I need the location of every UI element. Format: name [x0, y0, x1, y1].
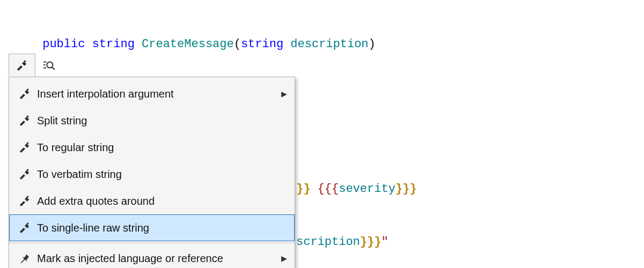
param-type: string — [241, 38, 283, 51]
menu-item-label: Add extra quotes around — [35, 193, 287, 209]
popup-tabs — [9, 54, 295, 77]
hammer-icon — [16, 59, 28, 71]
paren-open: ( — [234, 38, 241, 51]
keyword-public: public — [42, 38, 85, 51]
string-quote: " — [381, 235, 388, 249]
menu-item[interactable]: To regular string — [9, 134, 295, 161]
menu-item[interactable]: Split string — [9, 107, 295, 134]
string-text: {{{ — [310, 182, 339, 196]
svg-line-5 — [52, 67, 54, 69]
search-settings-icon — [42, 59, 55, 71]
hammer-icon — [19, 222, 31, 234]
menu-item-label: To verbatim string — [35, 166, 287, 182]
code-editor[interactable]: public string CreateMessage(string descr… — [0, 0, 644, 268]
menu-separator — [9, 243, 295, 243]
interp-var-frag: scription — [296, 235, 360, 249]
tab-inspections[interactable] — [35, 54, 62, 77]
brace-token: }}} — [360, 235, 382, 249]
hammer-icon — [19, 88, 31, 100]
hammer-icon — [19, 115, 31, 126]
pin-icon — [19, 252, 30, 264]
interp-var: severity — [339, 182, 396, 196]
chevron-right-icon: ▶ — [281, 253, 287, 264]
menu-item-label: Mark as injected language or reference — [35, 250, 281, 266]
menu-item-label: To regular string — [35, 139, 287, 155]
brace-token: }}} — [396, 182, 417, 196]
menu-item[interactable]: To verbatim string — [9, 161, 295, 188]
paren-close: ) — [369, 38, 376, 51]
menu-item[interactable]: To single-line raw string — [9, 214, 295, 241]
menu-item[interactable]: Add extra quotes around — [9, 188, 295, 214]
hammer-icon — [19, 142, 31, 153]
method-name: CreateMessage — [142, 38, 234, 51]
menu-item[interactable]: Mark as injected language or reference▶ — [9, 245, 295, 268]
param-name: description — [290, 38, 368, 51]
keyword-string: string — [92, 38, 135, 51]
hammer-icon — [19, 195, 31, 207]
menu-item-label: To single-line raw string — [35, 220, 287, 236]
code-line: public string CreateMessage(string descr… — [0, 35, 376, 53]
brace-token: }} — [296, 182, 310, 196]
tab-actions[interactable] — [9, 54, 35, 77]
actions-menu: Insert interpolation argument▶Split stri… — [9, 77, 295, 268]
menu-item[interactable]: Insert interpolation argument▶ — [9, 80, 295, 107]
hammer-icon — [19, 168, 31, 180]
chevron-right-icon: ▶ — [281, 88, 287, 100]
menu-item-label: Insert interpolation argument — [35, 86, 281, 102]
quick-actions-popup: Insert interpolation argument▶Split stri… — [9, 54, 295, 268]
menu-item-label: Split string — [35, 113, 287, 129]
code-fragment: }} {{{severity}}} scription}}}" — [296, 145, 416, 268]
